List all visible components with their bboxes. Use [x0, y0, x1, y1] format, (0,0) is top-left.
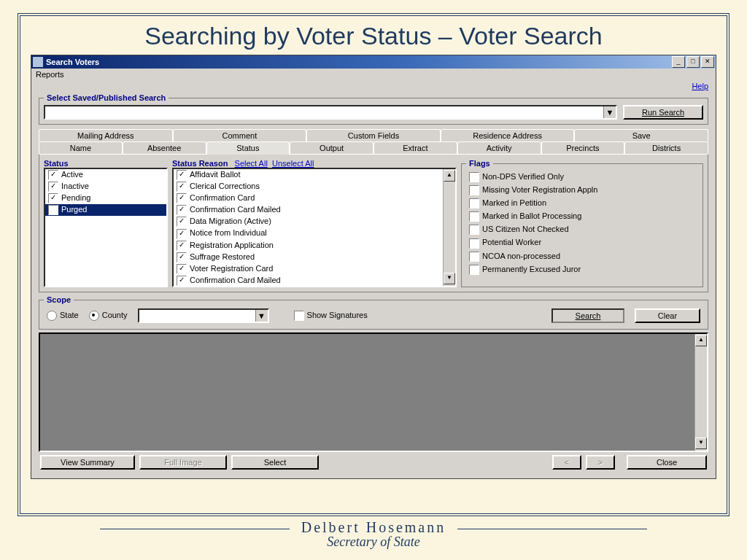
select-all-link[interactable]: Select All: [235, 159, 268, 168]
tab-output[interactable]: Output: [290, 141, 374, 154]
scope-group: Scope State County ▼ Show Signatures Sea…: [39, 295, 708, 330]
scope-county-radio[interactable]: County: [89, 311, 128, 321]
menubar: Reports: [31, 69, 716, 80]
tab-activity[interactable]: Activity: [457, 141, 541, 154]
dropdown-icon: ▼: [603, 106, 616, 118]
close-button[interactable]: Close: [627, 455, 707, 470]
footer-name: Delbert Hosemann: [18, 519, 729, 536]
saved-search-combo[interactable]: ▼: [44, 105, 617, 120]
scope-state-label: State: [60, 311, 79, 319]
scope-state-radio[interactable]: State: [47, 311, 79, 321]
tab-absentee[interactable]: Absentee: [123, 141, 206, 154]
tab-mailing-address[interactable]: Mailing Address: [39, 129, 173, 141]
flag-item[interactable]: US Citizen Not Checked: [466, 223, 698, 236]
scroll-down-icon[interactable]: ▼: [444, 273, 455, 284]
tab-residence-address[interactable]: Residence Address: [441, 129, 575, 141]
status-reason-item[interactable]: ✓Suffrage Restored: [174, 252, 455, 263]
status-reason-item[interactable]: ✓Voter Registration Card: [174, 263, 455, 275]
tab-comment[interactable]: Comment: [173, 129, 307, 141]
app-icon: [33, 57, 43, 67]
county-combo[interactable]: ▼: [138, 308, 269, 323]
status-reason-item[interactable]: ✓Registration Application: [174, 240, 455, 252]
tab-panel-status: Status ✓Active✓Inactive✓Pending✓Purged S…: [39, 154, 708, 292]
status-reason-item[interactable]: ✓Confirmation Card Mailed: [174, 275, 455, 287]
scroll-up-icon[interactable]: ▲: [695, 335, 707, 346]
run-search-button[interactable]: Run Search: [623, 105, 703, 120]
status-reason-item[interactable]: ✓Confirmation Card Mailed: [174, 204, 455, 216]
slide-title: Searching by Voter Status – Voter Search: [31, 22, 716, 50]
tab-save[interactable]: Save: [574, 129, 708, 141]
status-reason-list[interactable]: ✓Affidavit Ballot✓Clerical Corrections✓C…: [172, 168, 457, 287]
status-header: Status: [44, 159, 168, 168]
status-reason-item[interactable]: ✓Data Migration (Active): [174, 216, 455, 228]
flag-item[interactable]: Permanently Excused Juror: [466, 263, 698, 276]
scroll-down-icon[interactable]: ▼: [695, 438, 707, 449]
run-search-label: Run Search: [642, 108, 684, 117]
unselect-all-link[interactable]: Unselect All: [272, 159, 314, 168]
dropdown-icon: ▼: [255, 310, 268, 322]
results-area: ▲ ▼: [39, 332, 708, 452]
status-reason-item[interactable]: ✓Notice from Individual: [174, 228, 455, 239]
tabs-container: Mailing AddressCommentCustom FieldsResid…: [39, 129, 708, 292]
status-list[interactable]: ✓Active✓Inactive✓Pending✓Purged: [44, 168, 168, 287]
menu-reports[interactable]: Reports: [36, 70, 64, 79]
tab-name[interactable]: Name: [39, 141, 123, 154]
flag-item[interactable]: Marked in Petition: [466, 197, 698, 210]
show-signatures-checkbox[interactable]: Show Signatures: [294, 311, 368, 321]
tab-districts[interactable]: Districts: [624, 141, 708, 154]
status-reason-header: Status Reason: [172, 159, 228, 168]
tab-precincts[interactable]: Precincts: [541, 141, 625, 154]
saved-search-group: Select Saved/Published Search ▼ Run Sear…: [39, 93, 708, 125]
footer-office: Secretary of State: [18, 534, 729, 550]
next-button[interactable]: >: [586, 455, 615, 470]
tab-status[interactable]: Status: [206, 141, 290, 155]
bottom-toolbar: View Summary Full Image Select < > Close: [39, 452, 708, 472]
status-item[interactable]: ✓Pending: [45, 192, 166, 204]
flag-item[interactable]: Marked in Ballot Processing: [466, 210, 698, 223]
prev-button[interactable]: <: [552, 455, 581, 470]
status-reason-scrollbar[interactable]: ▲ ▼: [443, 169, 455, 286]
flag-item[interactable]: Missing Voter Registration Appln: [466, 184, 698, 197]
scope-legend: Scope: [44, 295, 74, 304]
show-signatures-label: Show Signatures: [307, 311, 368, 319]
search-voters-window: Search Voters _ □ ✕ Reports Help Select …: [31, 55, 716, 479]
flags-legend: Flags: [466, 159, 493, 168]
status-reason-item[interactable]: ✓Clerical Corrections: [174, 181, 455, 192]
status-reason-item[interactable]: ✓Affidavit Ballot: [174, 169, 455, 181]
flag-item[interactable]: NCOA non-processed: [466, 250, 698, 263]
flags-group: Flags Non-DPS Verified OnlyMissing Voter…: [461, 159, 703, 287]
view-summary-button[interactable]: View Summary: [40, 455, 135, 470]
tab-extract[interactable]: Extract: [374, 141, 457, 154]
minimize-button[interactable]: _: [672, 56, 685, 68]
maximize-button[interactable]: □: [686, 56, 700, 68]
scope-county-label: County: [102, 311, 128, 319]
search-button[interactable]: Search: [551, 308, 624, 323]
search-label: Search: [576, 311, 601, 320]
flag-item[interactable]: Non-DPS Verified Only: [466, 171, 698, 184]
tab-custom-fields[interactable]: Custom Fields: [306, 129, 441, 141]
status-reason-item[interactable]: ✓Confirmation Card: [174, 192, 455, 204]
results-scrollbar[interactable]: ▲ ▼: [694, 334, 707, 451]
select-button[interactable]: Select: [231, 455, 319, 470]
clear-button[interactable]: Clear: [635, 308, 700, 323]
saved-search-legend: Select Saved/Published Search: [44, 93, 169, 102]
window-title: Search Voters: [46, 58, 670, 66]
full-image-button[interactable]: Full Image: [139, 455, 227, 470]
status-item[interactable]: ✓Purged: [45, 204, 166, 216]
status-item[interactable]: ✓Inactive: [45, 181, 166, 192]
window-titlebar: Search Voters _ □ ✕: [31, 55, 716, 69]
flag-item[interactable]: Potential Worker: [466, 236, 698, 249]
status-item[interactable]: ✓Active: [45, 169, 166, 181]
help-link[interactable]: Help: [692, 82, 708, 90]
close-window-button[interactable]: ✕: [701, 56, 714, 68]
scroll-up-icon[interactable]: ▲: [444, 170, 455, 182]
